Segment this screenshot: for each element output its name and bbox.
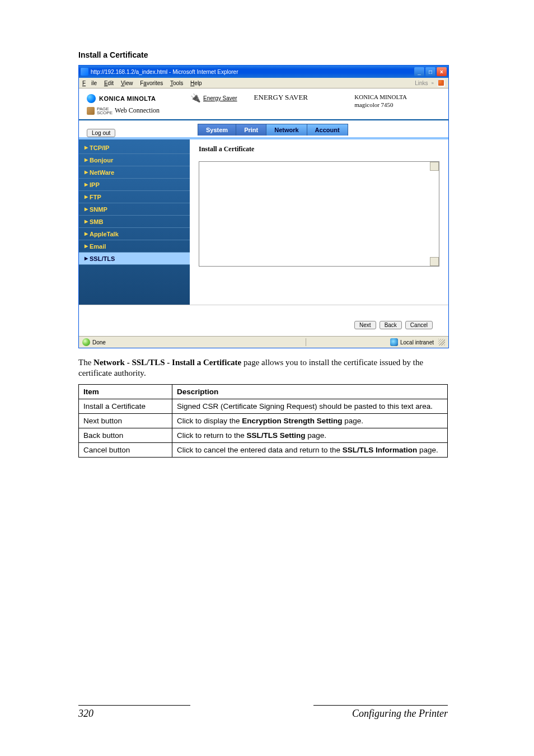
- intranet-icon: [390, 338, 398, 346]
- menu-help[interactable]: Help: [190, 80, 202, 86]
- status-text: Done: [92, 339, 106, 346]
- arrow-icon: ▶: [85, 157, 88, 162]
- sidebar-item-ipp[interactable]: ▶IPP: [79, 179, 190, 191]
- ie-window: http://192.168.1.2/a_index.html - Micros…: [78, 65, 449, 348]
- sidebar-item-netware[interactable]: ▶NetWare: [79, 166, 190, 179]
- ie-flag-icon: [437, 79, 445, 87]
- table-header-desc: Description: [172, 385, 448, 399]
- page-footer: 320 Configuring the Printer: [78, 705, 448, 720]
- energy-saver-button[interactable]: 🔌 Energy Saver: [190, 93, 237, 103]
- item-description-table: Item Description Install a Certificate S…: [78, 384, 448, 458]
- menu-view[interactable]: View: [121, 80, 133, 86]
- statusbar: Done Local intranet: [79, 336, 448, 348]
- links-chevron-icon[interactable]: »: [432, 81, 434, 86]
- menu-file[interactable]: File: [82, 80, 97, 86]
- sidebar-item-ftp[interactable]: ▶FTP: [79, 191, 190, 203]
- close-button[interactable]: ×: [437, 67, 447, 76]
- table-header-item: Item: [79, 385, 172, 399]
- pagescope-label: PAGESCOPE: [97, 107, 113, 115]
- arrow-icon: ▶: [85, 170, 88, 175]
- description-text: The Network - SSL/TLS - Install a Certif…: [78, 357, 456, 379]
- tab-network[interactable]: Network: [266, 124, 307, 136]
- ie-logo-icon: [81, 68, 88, 76]
- done-icon: [82, 338, 90, 346]
- arrow-icon: ▶: [85, 219, 88, 224]
- table-row: Next button Click to display the Encrypt…: [79, 414, 448, 428]
- sidebar-item-tcpip[interactable]: ▶TCP/IP: [79, 142, 190, 154]
- arrow-icon: ▶: [85, 207, 88, 212]
- page-number: 320: [78, 708, 93, 720]
- power-icon: 🔌: [190, 93, 201, 103]
- next-button[interactable]: Next: [354, 321, 376, 329]
- energy-saver-link-text: Energy Saver: [203, 95, 237, 101]
- table-row: Cancel button Click to cancel the entere…: [79, 443, 448, 458]
- globe-icon: [87, 94, 96, 103]
- arrow-icon: ▶: [85, 145, 88, 150]
- arrow-icon: ▶: [85, 244, 88, 249]
- device-info: KONICA MINOLTA magicolor 7450: [354, 93, 441, 115]
- scroll-up-icon[interactable]: [430, 162, 439, 171]
- menu-favorites[interactable]: Favorites: [140, 80, 163, 86]
- sidebar-item-appletalk[interactable]: ▶AppleTalk: [79, 228, 190, 240]
- brand-logo: KONICA MINOLTA: [99, 95, 156, 102]
- minimize-button[interactable]: _: [414, 67, 424, 76]
- arrow-icon: ▶: [85, 194, 88, 199]
- sidebar-item-email[interactable]: ▶Email: [79, 240, 190, 253]
- menubar: File Edit View Favorites Tools Help Link…: [79, 78, 448, 88]
- sidebar-item-snmp[interactable]: ▶SNMP: [79, 203, 190, 216]
- sidebar-item-smb[interactable]: ▶SMB: [79, 216, 190, 228]
- footer-section-title: Configuring the Printer: [352, 708, 448, 720]
- tab-system[interactable]: System: [198, 124, 236, 136]
- scroll-down-icon[interactable]: [430, 257, 439, 266]
- tab-print[interactable]: Print: [236, 124, 266, 136]
- window-title: http://192.168.1.2/a_index.html - Micros…: [91, 69, 238, 75]
- arrow-icon: ▶: [85, 256, 88, 261]
- energy-saver-title: ENERGY SAVER: [254, 93, 308, 102]
- back-button[interactable]: Back: [380, 321, 402, 329]
- maximize-button[interactable]: □: [425, 67, 435, 76]
- arrow-icon: ▶: [85, 231, 88, 236]
- table-row: Install a Certificate Signed CSR (Certif…: [79, 399, 448, 414]
- certificate-textarea[interactable]: [199, 161, 439, 267]
- status-zone: Local intranet: [400, 339, 434, 346]
- menu-tools[interactable]: Tools: [170, 80, 183, 86]
- sidebar-item-ssltls[interactable]: ▶SSL/TLS: [79, 253, 190, 265]
- arrow-icon: ▶: [85, 182, 88, 187]
- sidebar: ▶TCP/IP ▶Bonjour ▶NetWare ▶IPP ▶FTP ▶SNM…: [79, 139, 190, 305]
- table-row: Back button Click to return to the SSL/T…: [79, 428, 448, 443]
- logout-button[interactable]: Log out: [87, 129, 115, 137]
- sidebar-item-bonjour[interactable]: ▶Bonjour: [79, 154, 190, 166]
- pagescope-icon: [87, 107, 95, 115]
- section-title: Install a Certificate: [78, 50, 456, 59]
- resize-grip-icon[interactable]: [438, 339, 445, 346]
- web-connection-label: Web Connection: [115, 106, 160, 115]
- page-title: Install a Certificate: [199, 145, 439, 153]
- links-label[interactable]: Links: [415, 80, 428, 86]
- menu-edit[interactable]: Edit: [104, 80, 114, 86]
- cancel-button[interactable]: Cancel: [405, 321, 433, 329]
- tab-account[interactable]: Account: [307, 124, 348, 136]
- window-titlebar: http://192.168.1.2/a_index.html - Micros…: [79, 66, 448, 78]
